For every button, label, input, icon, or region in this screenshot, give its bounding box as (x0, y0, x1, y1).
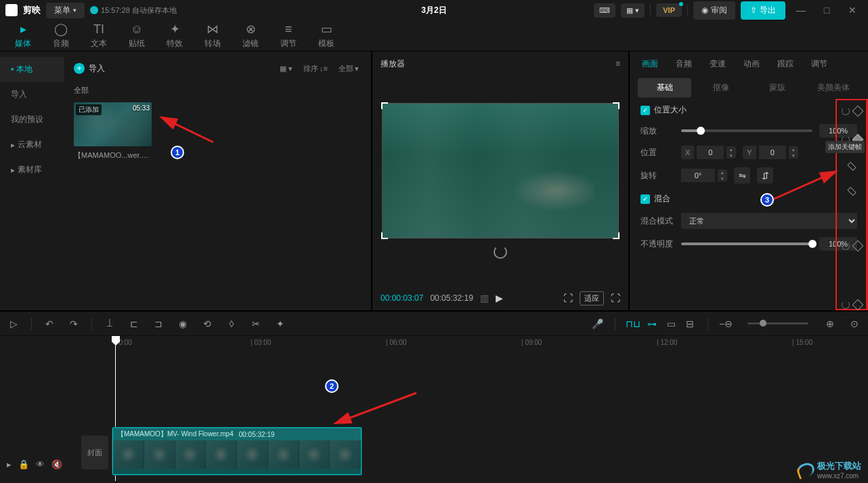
section-position-size[interactable]: ✓位置大小 (641, 104, 857, 116)
reset-icon[interactable] (842, 242, 850, 250)
zoom-fit-button[interactable]: ⊙ (848, 317, 861, 331)
filter-button[interactable]: 全部 ▾ (336, 62, 362, 75)
player-panel: 播放器 ≡ 00:00:03:07 00:05:32:19 ▥ ▶ ⛶ 适应 ⛶ (372, 51, 630, 310)
view-grid-button[interactable]: ▦ ▾ (277, 62, 295, 75)
clip-filename: 【MAMAMOO...wer.mp4 (74, 150, 152, 161)
delete-right-tool[interactable]: ⊐ (152, 317, 165, 331)
position-y-input[interactable]: Y▴▾ (743, 146, 798, 159)
flip-h-button[interactable]: ⇋ (734, 167, 750, 184)
title-bar: 剪映 菜单 ▾ ✓15:57:28 自动保存本地 3月2日 ⌨ ▦ ▾ VIP … (0, 0, 868, 20)
opacity-slider[interactable] (681, 243, 812, 245)
track-visible-button[interactable]: 👁 (36, 459, 45, 469)
keyframe-rotation-button[interactable] (847, 187, 856, 196)
subtab-basic[interactable]: 基础 (638, 78, 691, 98)
select-tool[interactable]: ▷ (7, 317, 20, 331)
tab-effect[interactable]: ✦特效 (157, 19, 192, 52)
clip-name: 【MAMAMOO】MV- Wind Flower.mp4 (117, 429, 234, 439)
keyframe-blend-button[interactable] (852, 240, 863, 251)
close-button[interactable]: ✕ (842, 3, 863, 17)
maximize-button[interactable]: □ (817, 3, 837, 17)
subtab-beauty[interactable]: 美颜美体 (806, 78, 860, 98)
filter-icon: ⊗ (246, 22, 256, 37)
tab-speed[interactable]: 变速 (701, 54, 734, 74)
zoom-slider[interactable] (747, 322, 808, 324)
layout-icon[interactable]: ▦ ▾ (621, 3, 645, 18)
track-toggle-button[interactable]: ▸ (7, 459, 12, 469)
timeline-ruler[interactable]: | 0:00 | 03:00 | 06:00 | 09:00 | 12:00 |… (0, 336, 868, 351)
split-tool[interactable]: ⟘ (103, 317, 116, 331)
ai-tool[interactable]: ✦ (274, 317, 287, 331)
tab-text[interactable]: TI文本 (81, 20, 116, 52)
blend-mode-select[interactable]: 正常 (681, 213, 857, 229)
position-x-input[interactable]: X▴▾ (681, 146, 736, 159)
mirror-tool[interactable]: ◊ (225, 317, 238, 331)
reset-icon[interactable] (842, 301, 850, 309)
reset-icon[interactable] (842, 107, 850, 115)
fit-button[interactable]: 适应 (580, 291, 604, 306)
tab-picture[interactable]: 画面 (634, 54, 666, 74)
flip-v-button[interactable]: ⇵ (757, 167, 773, 184)
delete-left-tool[interactable]: ⊏ (127, 317, 141, 331)
nav-library[interactable]: ▸ 素材库 (0, 157, 64, 182)
subtab-cutout[interactable]: 抠像 (694, 78, 747, 98)
tab-audio[interactable]: ◯音频 (43, 19, 79, 52)
keyframe-button[interactable] (852, 106, 863, 117)
section-blend[interactable]: ✓混合 (641, 193, 857, 205)
redo-button[interactable]: ↷ (67, 317, 81, 331)
tab-adjust[interactable]: ≡调节 (271, 20, 306, 52)
rotation-input[interactable]: ▴▾ (681, 169, 727, 182)
minimize-button[interactable]: — (791, 3, 811, 17)
nav-cloud[interactable]: ▸ 云素材 (0, 132, 64, 157)
record-tool[interactable]: ◉ (176, 317, 190, 331)
track-button[interactable]: ⊟ (683, 317, 697, 331)
tab-tracking[interactable]: 跟踪 (769, 54, 802, 74)
export-button[interactable]: ⇧导出 (741, 1, 785, 20)
play-button[interactable]: ▶ (496, 293, 503, 303)
import-button[interactable]: +导入 (74, 63, 105, 75)
video-preview[interactable] (382, 103, 619, 238)
fullscreen-icon[interactable]: ⛶ (611, 293, 620, 303)
media-category-all[interactable]: 全部 (74, 85, 362, 96)
tab-template[interactable]: ▭模板 (309, 19, 344, 52)
menu-button[interactable]: 菜单 ▾ (46, 3, 85, 18)
magnet-button[interactable]: ⊓⊔ (626, 317, 640, 331)
tab-animation[interactable]: 动画 (735, 54, 768, 74)
tab-adjust-prop[interactable]: 调节 (803, 54, 836, 74)
undo-button[interactable]: ↶ (43, 317, 56, 331)
track-mute-button[interactable]: 🔇 (51, 459, 62, 469)
subtab-mask[interactable]: 蒙版 (750, 78, 804, 98)
plus-icon: + (74, 63, 85, 74)
nav-import[interactable]: 导入 (0, 82, 64, 107)
player-menu-icon[interactable]: ≡ (615, 59, 620, 68)
ruler-icon[interactable]: ▥ (480, 293, 489, 303)
mic-button[interactable]: 🎤 (590, 317, 604, 331)
project-name[interactable]: 3月2日 (421, 5, 446, 16)
preview-button[interactable]: ▭ (664, 317, 678, 331)
review-button[interactable]: ◉审阅 (693, 1, 735, 20)
reverse-tool[interactable]: ⟲ (200, 317, 214, 331)
media-clip[interactable]: 已添加 05:33 【MAMAMOO...wer.mp4 (74, 102, 152, 161)
tab-sticker[interactable]: ☺贴纸 (119, 20, 154, 52)
tab-audio-prop[interactable]: 音频 (668, 54, 700, 74)
nav-local[interactable]: • 本地 (0, 57, 64, 82)
scale-slider[interactable] (681, 129, 812, 132)
keyframe-opacity-button[interactable] (852, 299, 863, 310)
tab-filter[interactable]: ⊗滤镜 (233, 19, 268, 52)
nav-presets[interactable]: 我的预设 (0, 107, 64, 132)
track-lock-button[interactable]: 🔒 (18, 459, 29, 469)
crop-tool[interactable]: ✂ (249, 317, 263, 331)
timeline-clip[interactable]: 【MAMAMOO】MV- Wind Flower.mp4 00:05:32:19 (112, 427, 362, 475)
link-button[interactable]: ⊶ (645, 317, 659, 331)
crop-icon[interactable]: ⛶ (563, 293, 573, 303)
checkbox-icon[interactable]: ✓ (641, 194, 650, 204)
sort-button[interactable]: 排序 ↓≡ (301, 62, 330, 75)
tab-transition[interactable]: ⋈转场 (195, 19, 230, 52)
checkbox-icon[interactable]: ✓ (641, 106, 650, 115)
keyboard-icon[interactable]: ⌨ (594, 3, 615, 18)
vip-badge[interactable]: VIP (656, 3, 682, 17)
tab-media[interactable]: ▸媒体 (5, 19, 41, 52)
cover-button[interactable]: 封面 (81, 436, 108, 469)
keyframe-position-button[interactable] (847, 162, 856, 171)
zoom-out-button[interactable]: −⊖ (719, 317, 733, 331)
zoom-in-button[interactable]: ⊕ (823, 317, 837, 331)
